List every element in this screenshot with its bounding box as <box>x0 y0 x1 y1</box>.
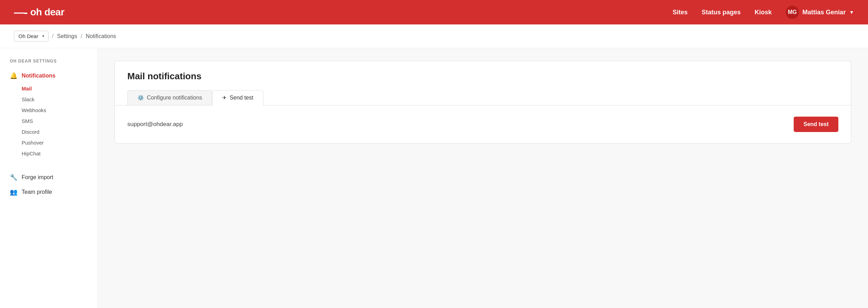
breadcrumb-sep-1: / <box>52 33 53 39</box>
logo-text: oh dear <box>30 7 65 18</box>
card-body: support@ohdear.app Send test <box>115 105 851 143</box>
sidebar-item-forge-import[interactable]: 🔧 Forge import <box>0 170 97 185</box>
card-header: Mail notifications ⚙️ Configure notifica… <box>115 61 851 105</box>
sidebar-sub-hipchat[interactable]: HipChat <box>22 148 97 159</box>
sidebar-item-notifications[interactable]: 🔔 Notifications <box>0 68 97 83</box>
breadcrumb: Oh Dear / Settings / Notifications <box>0 24 868 48</box>
sidebar-divider <box>0 162 97 167</box>
sidebar-sub-webhooks[interactable]: Webhooks <box>22 105 97 116</box>
nav-kiosk[interactable]: Kiosk <box>755 9 772 16</box>
tab-configure[interactable]: ⚙️ Configure notifications <box>127 90 212 105</box>
tabs: ⚙️ Configure notifications ✈ Send test <box>127 90 838 105</box>
email-address: support@ohdear.app <box>127 121 183 128</box>
breadcrumb-select-wrapper[interactable]: Oh Dear <box>14 31 48 42</box>
chevron-down-icon: ▼ <box>849 9 854 15</box>
nav-sites[interactable]: Sites <box>673 9 688 16</box>
breadcrumb-settings[interactable]: Settings <box>57 33 77 39</box>
team-icon: 👥 <box>10 188 17 196</box>
logo[interactable]: —- oh dear <box>14 6 64 19</box>
sidebar-team-label: Team profile <box>22 189 52 195</box>
sidebar-sub-items: Mail Slack Webhooks SMS Discord Pushover… <box>0 83 97 159</box>
nav-links: Sites Status pages Kiosk MG Mattias Geni… <box>673 6 854 19</box>
tab-send-test[interactable]: ✈ Send test <box>212 90 263 105</box>
sidebar-sub-sms[interactable]: SMS <box>22 116 97 126</box>
top-nav: —- oh dear Sites Status pages Kiosk MG M… <box>0 0 868 24</box>
nav-user[interactable]: MG Mattias Geniar ▼ <box>786 6 854 19</box>
sidebar-sub-pushover[interactable]: Pushover <box>22 137 97 148</box>
main-layout: OH DEAR SETTINGS 🔔 Notifications Mail Sl… <box>0 48 868 308</box>
card-title: Mail notifications <box>127 71 838 82</box>
sidebar-item-team-profile[interactable]: 👥 Team profile <box>0 185 97 199</box>
sidebar-sub-slack[interactable]: Slack <box>22 94 97 105</box>
sidebar-sub-discord[interactable]: Discord <box>22 126 97 137</box>
mail-notifications-card: Mail notifications ⚙️ Configure notifica… <box>114 61 851 144</box>
breadcrumb-sep-2: / <box>81 33 82 39</box>
send-icon: ✈ <box>222 95 227 101</box>
breadcrumb-notifications: Notifications <box>86 33 116 39</box>
breadcrumb-select[interactable]: Oh Dear <box>14 31 48 42</box>
sidebar-section-title: OH DEAR SETTINGS <box>0 59 97 68</box>
send-test-row: support@ohdear.app Send test <box>127 117 838 132</box>
logo-dash: —- <box>14 6 27 19</box>
tab-configure-label: Configure notifications <box>147 95 202 101</box>
sidebar-sub-mail[interactable]: Mail <box>22 83 97 94</box>
gear-icon: ⚙️ <box>137 95 144 101</box>
nav-user-name: Mattias Geniar <box>802 9 846 16</box>
main-content: Mail notifications ⚙️ Configure notifica… <box>98 48 868 308</box>
bell-icon: 🔔 <box>10 72 17 80</box>
tab-send-test-label: Send test <box>230 95 253 101</box>
sidebar-forge-label: Forge import <box>22 174 53 181</box>
wrench-icon: 🔧 <box>10 174 17 181</box>
sidebar: OH DEAR SETTINGS 🔔 Notifications Mail Sl… <box>0 48 98 308</box>
avatar: MG <box>786 6 799 19</box>
nav-status-pages[interactable]: Status pages <box>702 9 741 16</box>
sidebar-notifications-label: Notifications <box>22 73 55 79</box>
send-test-button[interactable]: Send test <box>794 117 838 132</box>
